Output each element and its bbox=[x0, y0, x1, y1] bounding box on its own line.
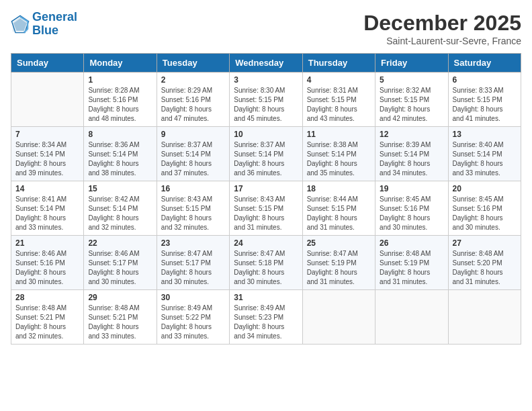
day-info: Sunrise: 8:32 AMSunset: 5:15 PMDaylight:… bbox=[380, 86, 443, 124]
calendar-cell: 15Sunrise: 8:42 AMSunset: 5:14 PMDayligh… bbox=[84, 181, 157, 236]
day-info: Sunrise: 8:45 AMSunset: 5:16 PMDaylight:… bbox=[380, 195, 443, 232]
day-info: Sunrise: 8:42 AMSunset: 5:14 PMDaylight:… bbox=[88, 195, 152, 232]
calendar-cell: 5Sunrise: 8:32 AMSunset: 5:15 PMDaylight… bbox=[375, 73, 448, 127]
day-number: 19 bbox=[380, 184, 443, 193]
day-number: 13 bbox=[453, 130, 517, 139]
day-info: Sunrise: 8:43 AMSunset: 5:15 PMDaylight:… bbox=[234, 195, 298, 232]
day-number: 12 bbox=[380, 130, 443, 139]
title-section: December 2025 Saint-Laurent-sur-Sevre, F… bbox=[363, 11, 521, 46]
day-info: Sunrise: 8:45 AMSunset: 5:16 PMDaylight:… bbox=[453, 195, 517, 232]
calendar-cell: 13Sunrise: 8:40 AMSunset: 5:14 PMDayligh… bbox=[448, 127, 521, 181]
header-cell-friday: Friday bbox=[375, 54, 448, 73]
day-number: 28 bbox=[15, 293, 79, 302]
calendar-cell: 26Sunrise: 8:48 AMSunset: 5:19 PMDayligh… bbox=[375, 236, 448, 290]
day-info: Sunrise: 8:46 AMSunset: 5:16 PMDaylight:… bbox=[15, 249, 79, 287]
calendar-cell: 30Sunrise: 8:49 AMSunset: 5:22 PMDayligh… bbox=[157, 290, 229, 345]
day-number: 14 bbox=[15, 184, 79, 193]
day-info: Sunrise: 8:34 AMSunset: 5:14 PMDaylight:… bbox=[15, 140, 79, 178]
header-row: SundayMondayTuesdayWednesdayThursdayFrid… bbox=[11, 54, 521, 73]
calendar-cell: 19Sunrise: 8:45 AMSunset: 5:16 PMDayligh… bbox=[375, 181, 448, 236]
day-number: 30 bbox=[161, 293, 225, 302]
day-number: 5 bbox=[380, 75, 443, 85]
day-info: Sunrise: 8:48 AMSunset: 5:21 PMDaylight:… bbox=[88, 304, 152, 341]
day-info: Sunrise: 8:47 AMSunset: 5:19 PMDaylight:… bbox=[307, 249, 371, 287]
calendar-cell bbox=[375, 290, 448, 345]
day-info: Sunrise: 8:49 AMSunset: 5:22 PMDaylight:… bbox=[161, 304, 225, 341]
day-number: 1 bbox=[88, 75, 152, 85]
calendar-cell: 18Sunrise: 8:44 AMSunset: 5:15 PMDayligh… bbox=[302, 181, 375, 236]
day-info: Sunrise: 8:48 AMSunset: 5:21 PMDaylight:… bbox=[15, 304, 79, 341]
day-number: 7 bbox=[15, 130, 79, 139]
calendar-cell: 1Sunrise: 8:28 AMSunset: 5:16 PMDaylight… bbox=[84, 73, 157, 127]
calendar-cell: 21Sunrise: 8:46 AMSunset: 5:16 PMDayligh… bbox=[11, 236, 84, 290]
day-number: 15 bbox=[88, 184, 152, 193]
header-cell-thursday: Thursday bbox=[302, 54, 375, 73]
day-number: 26 bbox=[380, 238, 443, 248]
day-number: 10 bbox=[234, 130, 298, 139]
day-info: Sunrise: 8:49 AMSunset: 5:23 PMDaylight:… bbox=[234, 304, 298, 341]
day-info: Sunrise: 8:47 AMSunset: 5:17 PMDaylight:… bbox=[161, 249, 225, 287]
month-title: December 2025 bbox=[363, 11, 521, 36]
day-info: Sunrise: 8:46 AMSunset: 5:17 PMDaylight:… bbox=[88, 249, 152, 287]
calendar-cell: 2Sunrise: 8:29 AMSunset: 5:16 PMDaylight… bbox=[157, 73, 229, 127]
location-title: Saint-Laurent-sur-Sevre, France bbox=[363, 36, 521, 46]
calendar-cell: 28Sunrise: 8:48 AMSunset: 5:21 PMDayligh… bbox=[11, 290, 84, 345]
calendar-week-row: 14Sunrise: 8:41 AMSunset: 5:14 PMDayligh… bbox=[11, 181, 521, 236]
day-number: 31 bbox=[234, 293, 298, 302]
day-number: 3 bbox=[234, 75, 298, 85]
calendar-cell: 8Sunrise: 8:36 AMSunset: 5:14 PMDaylight… bbox=[84, 127, 157, 181]
calendar-cell: 24Sunrise: 8:47 AMSunset: 5:18 PMDayligh… bbox=[230, 236, 302, 290]
header-cell-saturday: Saturday bbox=[448, 54, 521, 73]
calendar-cell: 16Sunrise: 8:43 AMSunset: 5:15 PMDayligh… bbox=[157, 181, 229, 236]
calendar-cell: 6Sunrise: 8:33 AMSunset: 5:15 PMDaylight… bbox=[448, 73, 521, 127]
day-number: 27 bbox=[453, 238, 517, 248]
day-number: 2 bbox=[161, 75, 225, 85]
calendar-cell: 10Sunrise: 8:37 AMSunset: 5:14 PMDayligh… bbox=[230, 127, 302, 181]
day-number: 20 bbox=[453, 184, 517, 193]
day-number: 6 bbox=[453, 75, 517, 85]
calendar-cell: 9Sunrise: 8:37 AMSunset: 5:14 PMDaylight… bbox=[157, 127, 229, 181]
day-info: Sunrise: 8:37 AMSunset: 5:14 PMDaylight:… bbox=[234, 140, 298, 178]
day-info: Sunrise: 8:33 AMSunset: 5:15 PMDaylight:… bbox=[453, 86, 517, 124]
calendar-cell: 12Sunrise: 8:39 AMSunset: 5:14 PMDayligh… bbox=[375, 127, 448, 181]
calendar-cell: 29Sunrise: 8:48 AMSunset: 5:21 PMDayligh… bbox=[84, 290, 157, 345]
calendar-table: SundayMondayTuesdayWednesdayThursdayFrid… bbox=[11, 53, 521, 345]
day-info: Sunrise: 8:40 AMSunset: 5:14 PMDaylight:… bbox=[453, 140, 517, 178]
calendar-cell: 23Sunrise: 8:47 AMSunset: 5:17 PMDayligh… bbox=[157, 236, 229, 290]
day-info: Sunrise: 8:44 AMSunset: 5:15 PMDaylight:… bbox=[307, 195, 371, 232]
calendar-cell: 7Sunrise: 8:34 AMSunset: 5:14 PMDaylight… bbox=[11, 127, 84, 181]
day-number: 11 bbox=[307, 130, 371, 139]
day-number: 23 bbox=[161, 238, 225, 248]
day-number: 4 bbox=[307, 75, 371, 85]
calendar-cell bbox=[11, 73, 84, 127]
calendar-cell: 17Sunrise: 8:43 AMSunset: 5:15 PMDayligh… bbox=[230, 181, 302, 236]
calendar-cell: 4Sunrise: 8:31 AMSunset: 5:15 PMDaylight… bbox=[302, 73, 375, 127]
calendar-cell: 14Sunrise: 8:41 AMSunset: 5:14 PMDayligh… bbox=[11, 181, 84, 236]
day-info: Sunrise: 8:43 AMSunset: 5:15 PMDaylight:… bbox=[161, 195, 225, 232]
day-number: 21 bbox=[15, 238, 79, 248]
calendar-cell: 11Sunrise: 8:38 AMSunset: 5:14 PMDayligh… bbox=[302, 127, 375, 181]
day-info: Sunrise: 8:38 AMSunset: 5:14 PMDaylight:… bbox=[307, 140, 371, 178]
logo: General Blue bbox=[11, 11, 77, 38]
day-number: 18 bbox=[307, 184, 371, 193]
day-info: Sunrise: 8:31 AMSunset: 5:15 PMDaylight:… bbox=[307, 86, 371, 124]
day-number: 24 bbox=[234, 238, 298, 248]
calendar-header: SundayMondayTuesdayWednesdayThursdayFrid… bbox=[11, 54, 521, 73]
day-number: 9 bbox=[161, 130, 225, 139]
header-cell-sunday: Sunday bbox=[11, 54, 84, 73]
day-info: Sunrise: 8:41 AMSunset: 5:14 PMDaylight:… bbox=[15, 195, 79, 232]
logo-text: General Blue bbox=[32, 11, 77, 38]
calendar-week-row: 1Sunrise: 8:28 AMSunset: 5:16 PMDaylight… bbox=[11, 73, 521, 127]
calendar-cell: 27Sunrise: 8:48 AMSunset: 5:20 PMDayligh… bbox=[448, 236, 521, 290]
day-info: Sunrise: 8:28 AMSunset: 5:16 PMDaylight:… bbox=[88, 86, 152, 124]
header-cell-monday: Monday bbox=[84, 54, 157, 73]
header-cell-tuesday: Tuesday bbox=[157, 54, 229, 73]
day-info: Sunrise: 8:48 AMSunset: 5:20 PMDaylight:… bbox=[453, 249, 517, 287]
calendar-cell bbox=[302, 290, 375, 345]
header-cell-wednesday: Wednesday bbox=[230, 54, 302, 73]
day-info: Sunrise: 8:47 AMSunset: 5:18 PMDaylight:… bbox=[234, 249, 298, 287]
day-info: Sunrise: 8:37 AMSunset: 5:14 PMDaylight:… bbox=[161, 140, 225, 178]
calendar-cell bbox=[448, 290, 521, 345]
calendar-week-row: 7Sunrise: 8:34 AMSunset: 5:14 PMDaylight… bbox=[11, 127, 521, 181]
calendar-week-row: 28Sunrise: 8:48 AMSunset: 5:21 PMDayligh… bbox=[11, 290, 521, 345]
